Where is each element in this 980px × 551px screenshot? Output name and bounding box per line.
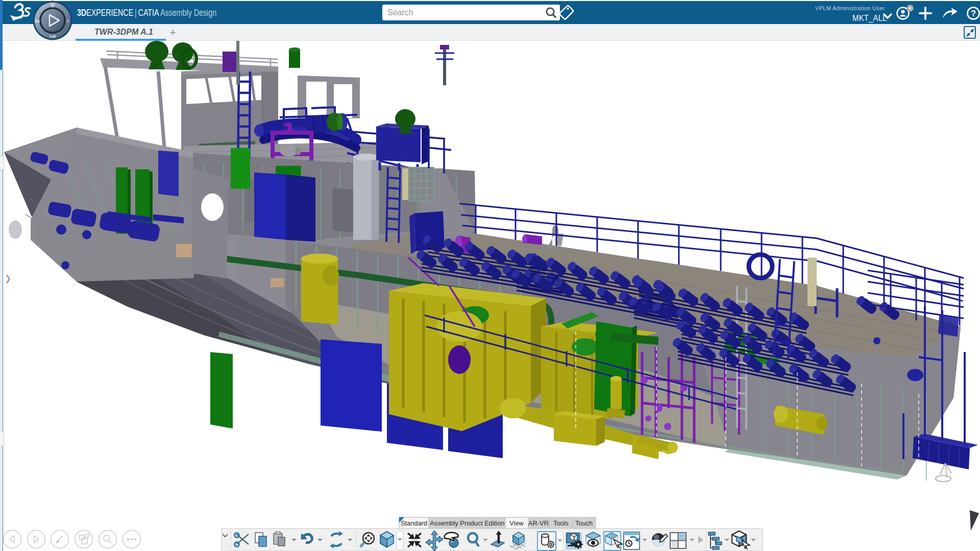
svg-text:?: ? [971, 9, 976, 18]
svg-text:Standard: Standard [401, 519, 427, 527]
svg-text:Product Edition: Product Edition [460, 519, 505, 527]
svg-text:View: View [509, 519, 524, 527]
svg-text:Assembly: Assembly [430, 519, 458, 527]
svg-text:i′: i′ [67, 19, 69, 23]
svg-text:Touch: Touch [575, 519, 593, 527]
svg-text:AR-VR: AR-VR [528, 519, 549, 527]
svg-text:Tools: Tools [553, 519, 569, 527]
svg-text:V.R: V.R [50, 34, 56, 39]
svg-text:3D: 3D [35, 19, 40, 23]
